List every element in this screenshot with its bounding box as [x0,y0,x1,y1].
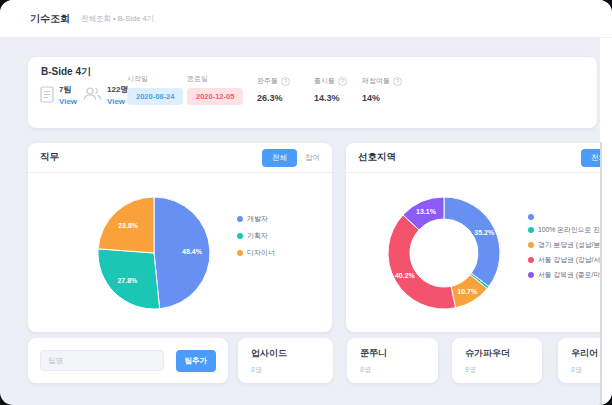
people-icon [83,86,102,105]
legend-item[interactable]: 디자이너 [237,248,275,258]
cohort-summary-card: B-Side 4기 7팀 View 122명 [28,57,597,128]
legend-dot-icon [237,250,243,256]
legend-item[interactable]: 서울 강남권 (강남/서초/ [528,255,609,265]
region-chart-card: 선호지역 전체 35.2%10.7%40.2%13.1% 100% 온라인으로 … [346,143,612,332]
stat-launch-rate: 출시율? 14.3% [314,76,347,103]
team-member-count: 8명 [251,365,333,375]
team-name: 슈가파우더 [465,347,542,360]
job-filter-participate-button[interactable]: 참여 [305,153,320,163]
legend-dot-icon [237,216,243,222]
team-search-card: 팀추가 [28,338,228,383]
stat-label: 재참여율 [362,76,390,86]
legend-dot-icon [528,272,534,278]
end-date-group: 종료일 2020-12-05 [187,74,243,105]
team-member-count: 8명 [360,365,438,375]
member-count: 122명 [107,84,128,95]
help-icon[interactable]: ? [281,77,290,86]
job-filter-all-button[interactable]: 전체 [262,149,297,167]
legend-item[interactable]: 개발자 [237,214,275,224]
add-team-button[interactable]: 팀추가 [176,350,217,372]
region-card-header: 선호지역 전체 [346,143,612,173]
breadcrumb[interactable]: 전체조회 • B-Side 4기 [81,14,154,24]
help-icon[interactable]: ? [393,77,402,86]
region-chart-legend: 100% 온라인으로 진행경기 분당권 (성남/분당/서울 강남권 (강남/서초… [528,214,609,280]
job-card-header: 직무 전체 참여 [28,143,332,173]
region-chart-body: 35.2%10.7%40.2%13.1% 100% 온라인으로 진행경기 분당권… [346,173,612,331]
legend-label: 개발자 [247,214,268,224]
job-chart-legend: 개발자기획자디자이너 [237,214,275,258]
stat-value: 14.3% [314,93,347,103]
members-view-link[interactable]: View [107,97,128,106]
legend-label: 100% 온라인으로 진행 [538,225,607,235]
legend-dot-icon [528,242,534,248]
legend-item[interactable]: 경기 분당권 (성남/분당/ [528,240,609,250]
team-name: 업사이드 [251,347,333,360]
start-date-label: 시작일 [127,74,148,84]
document-icon [40,86,54,107]
stat-value: 14% [362,93,402,103]
legend-dot-icon [528,214,534,220]
region-card-title: 선호지역 [358,151,396,164]
legend-label: 디자이너 [247,248,275,258]
slice-percent-label: 27.8% [117,277,138,284]
team-card[interactable]: 쭌쭈니 8명 [347,338,438,383]
region-donut-chart[interactable]: 35.2%10.7%40.2%13.1% [382,191,506,315]
page-header: 기수조회 전체조회 • B-Side 4기 [0,0,612,38]
legend-dot-icon [237,233,243,239]
job-chart-body: 48.4%27.8%23.8% 개발자기획자디자이너 [28,173,332,331]
job-card-title: 직무 [40,151,59,164]
stat-label: 출시율 [314,76,335,86]
team-count: 7팀 [59,84,77,95]
start-date-pill: 2020-08-24 [127,88,183,105]
start-date-group: 시작일 2020-08-24 [127,74,183,105]
legend-item[interactable]: 서울 강북권 (종로/마포/ [528,270,609,280]
chart-slice-서울 강남권 (강남/서초/[interactable] [388,215,456,309]
chart-slice-0[interactable] [444,197,500,286]
cohort-title: B-Side 4기 [41,65,91,79]
page-title: 기수조회 [30,12,70,26]
stat-label: 완주율 [257,76,278,86]
end-date-label: 종료일 [187,74,208,84]
help-icon[interactable]: ? [338,77,347,86]
legend-label: 기획자 [247,231,268,241]
members-summary: 122명 View [83,84,128,106]
slice-percent-label: 10.7% [457,288,478,295]
slice-percent-label: 35.2% [474,229,495,236]
stat-value: 26.3% [257,93,290,103]
end-date-pill: 2020-12-05 [187,88,243,105]
slice-percent-label: 48.4% [182,248,203,255]
team-card[interactable]: 슈가파우더 8명 [452,338,542,383]
job-chart-card: 직무 전체 참여 48.4%27.8%23.8% 개발자기획자디자이너 [28,143,332,332]
legend-dot-icon [528,227,534,233]
team-name: 쭌쭈니 [360,347,438,360]
legend-item[interactable]: 기획자 [237,231,275,241]
slice-percent-label: 40.2% [395,272,416,279]
slice-percent-label: 23.8% [118,222,139,229]
teams-summary: 7팀 View [40,84,77,107]
team-name-input[interactable] [40,350,164,371]
legend-item[interactable]: 100% 온라인으로 진행 [528,225,609,235]
team-member-count: 8명 [465,365,542,375]
legend-item[interactable] [528,214,609,220]
legend-label: 서울 강남권 (강남/서초/ [538,255,609,265]
job-pie-chart[interactable]: 48.4%27.8%23.8% [92,191,216,315]
vertical-scrollbar[interactable] [600,38,612,405]
team-card[interactable]: 업사이드 8명 [238,338,333,383]
legend-label: 경기 분당권 (성남/분당/ [538,240,609,250]
stat-rejoin-rate: 재참여율? 14% [362,76,402,103]
scrollbar-thumb[interactable] [600,142,602,405]
slice-percent-label: 13.1% [416,208,437,215]
app-window: 기수조회 전체조회 • B-Side 4기 B-Side 4기 7팀 View [0,0,612,405]
legend-dot-icon [528,257,534,263]
legend-label: 서울 강북권 (종로/마포/ [538,270,609,280]
stat-completion-rate: 완주율? 26.3% [257,76,290,103]
teams-view-link[interactable]: View [59,97,77,106]
